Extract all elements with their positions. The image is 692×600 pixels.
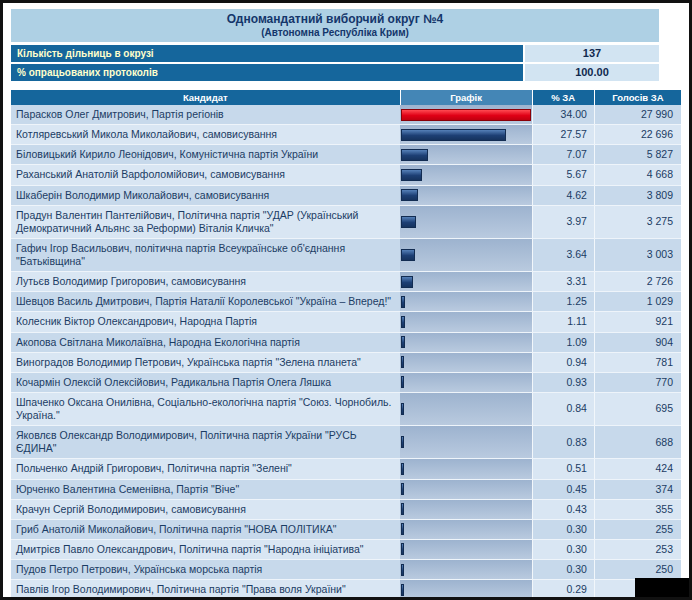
candidate-name: Парасков Олег Дмитрович, Партія регіонів bbox=[11, 105, 400, 124]
votes-value: 770 bbox=[594, 373, 681, 392]
percent-value: 1.25 bbox=[532, 292, 594, 311]
result-bar bbox=[401, 503, 404, 515]
votes-value: 904 bbox=[594, 333, 681, 352]
result-bar bbox=[401, 129, 506, 141]
candidate-name: Колесник Віктор Олександрович, Народна П… bbox=[11, 312, 400, 331]
result-bar-cell bbox=[400, 393, 532, 425]
table-row: Прадун Валентин Пантелійович, Політична … bbox=[11, 206, 681, 239]
candidate-name: Виноградов Володимир Петрович, Українськ… bbox=[11, 353, 400, 372]
result-bar bbox=[401, 149, 428, 161]
votes-value: 4 668 bbox=[594, 165, 681, 184]
votes-value: 355 bbox=[594, 500, 681, 519]
table-row: Дмитрієв Павло Олександрович, Політична … bbox=[11, 540, 681, 560]
protocols-value: 100.00 bbox=[525, 64, 659, 81]
percent-value: 0.45 bbox=[532, 480, 594, 499]
result-bar bbox=[401, 109, 531, 121]
candidate-name: Дмитрієв Павло Олександрович, Політична … bbox=[11, 540, 400, 559]
result-bar-cell bbox=[400, 520, 532, 539]
result-bar-cell bbox=[400, 125, 532, 144]
table-row: Шпаченко Оксана Онилівна, Соціально-екол… bbox=[11, 393, 681, 426]
candidate-name: Гриб Анатолій Миколайович, Політична пар… bbox=[11, 520, 400, 539]
percent-value: 7.07 bbox=[532, 145, 594, 164]
result-bar-cell bbox=[400, 312, 532, 331]
result-bar-cell bbox=[400, 186, 532, 205]
percent-value: 0.51 bbox=[532, 459, 594, 478]
result-bar-cell bbox=[400, 353, 532, 372]
percent-value: 0.43 bbox=[532, 500, 594, 519]
column-header-graph: Графік bbox=[400, 90, 532, 105]
percent-value: 27.57 bbox=[532, 125, 594, 144]
candidate-name: Шпаченко Оксана Онилівна, Соціально-екол… bbox=[11, 393, 400, 425]
result-bar bbox=[401, 584, 404, 596]
candidate-name: Павлів Ігор Володимирович, Політична пар… bbox=[11, 580, 400, 599]
percent-value: 4.62 bbox=[532, 186, 594, 205]
result-bar-cell bbox=[400, 540, 532, 559]
candidate-name: Пудов Петро Петрович, Українська морська… bbox=[11, 560, 400, 579]
result-bar-cell bbox=[400, 105, 532, 124]
result-bar bbox=[401, 523, 404, 535]
percent-value: 0.29 bbox=[532, 580, 594, 599]
percent-value: 1.09 bbox=[532, 333, 594, 352]
result-bar bbox=[401, 564, 404, 576]
result-bar-cell bbox=[400, 239, 532, 271]
result-bar-cell bbox=[400, 500, 532, 519]
candidate-name: Шевцов Василь Дмитрович, Партія Наталії … bbox=[11, 292, 400, 311]
table-row: Шкаберін Володимир Миколайович, самовису… bbox=[11, 186, 681, 206]
votes-value: 3 809 bbox=[594, 186, 681, 205]
info-row-protocols: % опрацьованих протоколів 100.00 bbox=[11, 64, 659, 81]
candidate-name: Яковлєв Олександр Володимирович, Політич… bbox=[11, 426, 400, 458]
table-row: Польченко Андрій Григорович, Політична п… bbox=[11, 459, 681, 479]
result-bar bbox=[401, 316, 405, 328]
result-bar bbox=[401, 543, 404, 555]
result-bar bbox=[401, 189, 419, 201]
votes-value: 695 bbox=[594, 393, 681, 425]
percent-value: 0.30 bbox=[532, 540, 594, 559]
results-body: Парасков Олег Дмитрович, Партія регіонів… bbox=[11, 105, 681, 600]
column-header-votes: Голосів ЗА bbox=[594, 90, 681, 105]
info-row-precincts: Кількість дільниць в окрузі 137 bbox=[11, 45, 659, 62]
protocols-label: % опрацьованих протоколів bbox=[11, 64, 523, 81]
table-row: Гриб Анатолій Миколайович, Політична пар… bbox=[11, 520, 681, 540]
percent-value: 5.67 bbox=[532, 165, 594, 184]
votes-value: 255 bbox=[594, 520, 681, 539]
votes-value: 253 bbox=[594, 540, 681, 559]
candidate-name: Польченко Андрій Григорович, Політична п… bbox=[11, 459, 400, 478]
table-row: Гафич Ігор Васильович, політична партія … bbox=[11, 239, 681, 272]
candidate-name: Котляревський Микола Миколайович, самови… bbox=[11, 125, 400, 144]
table-row: Колесник Віктор Олександрович, Народна П… bbox=[11, 312, 681, 332]
percent-value: 0.94 bbox=[532, 353, 594, 372]
candidate-name: Раханський Анатолій Варфоломійович, само… bbox=[11, 165, 400, 184]
result-bar bbox=[401, 463, 404, 475]
result-bar-cell bbox=[400, 426, 532, 458]
district-title: Одномандатний виборчий округ №4 (Автоном… bbox=[11, 9, 659, 42]
table-row: Павлів Ігор Володимирович, Політична пар… bbox=[11, 580, 681, 600]
percent-value: 34.00 bbox=[532, 105, 594, 124]
result-bar-cell bbox=[400, 145, 532, 164]
candidate-name: Юрченко Валентина Семенівна, Партія "Віч… bbox=[11, 480, 400, 499]
result-bar-cell bbox=[400, 459, 532, 478]
candidate-name: Гафич Ігор Васильович, політична партія … bbox=[11, 239, 400, 271]
result-bar-cell bbox=[400, 272, 532, 291]
votes-value: 27 990 bbox=[594, 105, 681, 124]
votes-value: 424 bbox=[594, 459, 681, 478]
percent-value: 3.64 bbox=[532, 239, 594, 271]
result-bar-cell bbox=[400, 373, 532, 392]
district-title-line2: (Автономна Республіка Крим) bbox=[11, 27, 659, 38]
votes-value: 3 275 bbox=[594, 206, 681, 238]
result-bar-cell bbox=[400, 206, 532, 238]
votes-value: 1 029 bbox=[594, 292, 681, 311]
candidate-name: Акопова Світлана Миколаївна, Народна Еко… bbox=[11, 333, 400, 352]
column-header-percent: % ЗА bbox=[532, 90, 594, 105]
percent-value: 3.97 bbox=[532, 206, 594, 238]
result-bar bbox=[401, 356, 405, 368]
votes-value: 22 696 bbox=[594, 125, 681, 144]
candidate-name: Шкаберін Володимир Миколайович, самовису… bbox=[11, 186, 400, 205]
votes-value: 250 bbox=[594, 560, 681, 579]
percent-value: 0.83 bbox=[532, 426, 594, 458]
candidate-name: Кочармін Олексій Олексійович, Радикальна… bbox=[11, 373, 400, 392]
votes-value: 921 bbox=[594, 312, 681, 331]
percent-value: 3.31 bbox=[532, 272, 594, 291]
table-row: Котляревський Микола Миколайович, самови… bbox=[11, 125, 681, 145]
result-bar bbox=[401, 249, 415, 261]
candidate-name: Лутьєв Володимир Григорович, самовисуван… bbox=[11, 272, 400, 291]
